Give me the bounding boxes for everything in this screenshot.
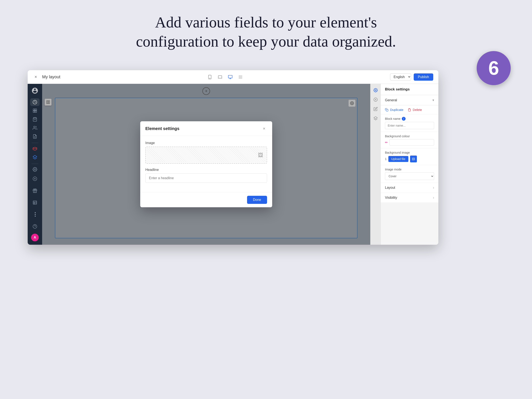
sidebar-item-help[interactable]: [30, 222, 40, 231]
laptop-icon[interactable]: [217, 74, 223, 80]
svg-marker-41: [374, 117, 377, 119]
svg-rect-23: [33, 201, 37, 204]
publish-button[interactable]: Publish: [414, 73, 433, 81]
svg-point-1: [210, 78, 210, 78]
image-mode-label: Image mode: [385, 168, 434, 171]
panel-section-general: General ▾: [381, 95, 438, 105]
modal-body: Image 🖼 Headline: [140, 136, 272, 192]
image-mode-field: Image mode Cover: [381, 165, 438, 183]
sidebar-item-layers[interactable]: [30, 153, 40, 161]
color-pencil-icon[interactable]: ✏: [385, 140, 388, 145]
sidebar-item-dashboard[interactable]: [30, 98, 40, 106]
chevron-right-icon: ›: [433, 186, 434, 190]
canvas-area: +: [42, 84, 370, 245]
svg-rect-3: [228, 75, 232, 78]
modal-overlay: Element settings × Image 🖼 Headline: [42, 84, 370, 245]
sidebar-item-pages[interactable]: [30, 107, 40, 114]
bg-image-value: 1: [385, 157, 387, 161]
top-bar-right: English Publish: [390, 73, 433, 81]
desktop-icon[interactable]: [227, 74, 234, 80]
image-mode-select[interactable]: Cover: [385, 172, 434, 180]
sidebar-item-gift[interactable]: [30, 186, 40, 195]
svg-rect-42: [386, 109, 388, 111]
chevron-right-icon-2: ›: [433, 196, 434, 200]
sidebar-item-marketing[interactable]: [30, 145, 40, 152]
headline-area: Add various fields to your element's con…: [0, 0, 532, 60]
visibility-nav-item[interactable]: Visibility ›: [381, 193, 438, 203]
app-body: ••• A +: [28, 84, 438, 245]
image-upload-icon: 🖼: [258, 152, 263, 158]
svg-point-13: [34, 126, 35, 128]
chevron-down-icon: ▾: [432, 98, 434, 102]
sidebar-item-reports[interactable]: [30, 133, 40, 140]
list-icon[interactable]: [237, 74, 244, 80]
modal-title: Element settings: [145, 126, 179, 131]
element-settings-modal: Element settings × Image 🖼 Headline: [140, 121, 272, 207]
background-image-label: Background image: [385, 151, 434, 154]
delete-label: Delete: [413, 108, 422, 112]
panel-tab-add[interactable]: [371, 95, 380, 104]
step-number: 6: [488, 57, 499, 79]
layout-nav-item[interactable]: Layout ›: [381, 183, 438, 193]
headline-input[interactable]: [145, 173, 267, 183]
sidebar-item-table[interactable]: [30, 198, 40, 207]
top-bar: × My layout: [28, 70, 438, 84]
svg-rect-2: [218, 76, 222, 78]
language-select[interactable]: English: [390, 73, 411, 80]
app-window: × My layout: [28, 70, 438, 245]
panel-header: Block settings: [381, 84, 438, 95]
color-input[interactable]: [389, 139, 434, 146]
sidebar-logo: [31, 87, 39, 94]
color-field: ✏: [385, 139, 434, 146]
close-button[interactable]: ×: [33, 74, 39, 80]
image-field-label: Image: [145, 141, 267, 145]
background-image-field: Background image 1 Upload file: [381, 148, 438, 165]
headline-field: Headline: [145, 168, 267, 183]
sidebar-item-store[interactable]: [30, 115, 40, 123]
panel-tab-layers[interactable]: [371, 114, 380, 123]
panel-tab-edit[interactable]: [371, 104, 380, 114]
block-name-field: Block name i: [381, 114, 438, 132]
modal-close-button[interactable]: ×: [261, 126, 267, 132]
block-name-input[interactable]: [385, 122, 434, 129]
duplicate-action[interactable]: Duplicate: [385, 108, 404, 112]
background-colour-field: Background colour ✏: [381, 132, 438, 148]
sidebar-item-settings[interactable]: [30, 165, 40, 173]
user-avatar[interactable]: A: [31, 234, 39, 241]
sidebar: ••• A: [28, 84, 42, 245]
upload-file-button[interactable]: Upload file: [388, 156, 408, 162]
sidebar-item-more[interactable]: •••: [30, 210, 40, 219]
sidebar-item-users[interactable]: [30, 124, 40, 132]
general-label: General: [385, 98, 397, 102]
svg-marker-16: [33, 155, 37, 158]
svg-rect-9: [35, 109, 37, 110]
upload-area: 1 Upload file: [385, 156, 434, 162]
panel-actions: Duplicate Delete: [381, 105, 438, 114]
block-name-label: Block name i: [385, 117, 434, 121]
headline-line1: Add various fields to your element's: [43, 13, 489, 32]
panel-tab-settings[interactable]: [371, 86, 380, 95]
image-field: Image 🖼: [145, 141, 267, 164]
svg-point-17: [34, 169, 36, 170]
svg-rect-11: [35, 111, 37, 112]
panel-title: Block settings: [385, 87, 410, 91]
step-badge: 6: [477, 51, 511, 85]
general-section-header[interactable]: General ▾: [381, 95, 438, 105]
image-upload-area[interactable]: 🖼: [145, 147, 267, 164]
more-dots: •••: [33, 212, 37, 217]
duplicate-label: Duplicate: [390, 108, 404, 112]
sidebar-item-add[interactable]: [30, 174, 40, 184]
panel-side-tabs: [370, 84, 381, 245]
upload-icon-button[interactable]: [410, 156, 417, 162]
svg-point-37: [375, 90, 376, 91]
layout-label: Layout: [385, 186, 395, 190]
sidebar-bottom: ••• A: [30, 174, 40, 241]
sidebar-divider: [32, 143, 38, 143]
svg-point-27: [33, 224, 37, 228]
visibility-label: Visibility: [385, 196, 397, 200]
delete-action[interactable]: Delete: [408, 108, 422, 112]
block-name-info: i: [402, 117, 405, 121]
done-button[interactable]: Done: [247, 196, 267, 204]
headline-line2: configuration to keep your data organize…: [43, 32, 489, 51]
tablet-icon[interactable]: [206, 74, 213, 80]
